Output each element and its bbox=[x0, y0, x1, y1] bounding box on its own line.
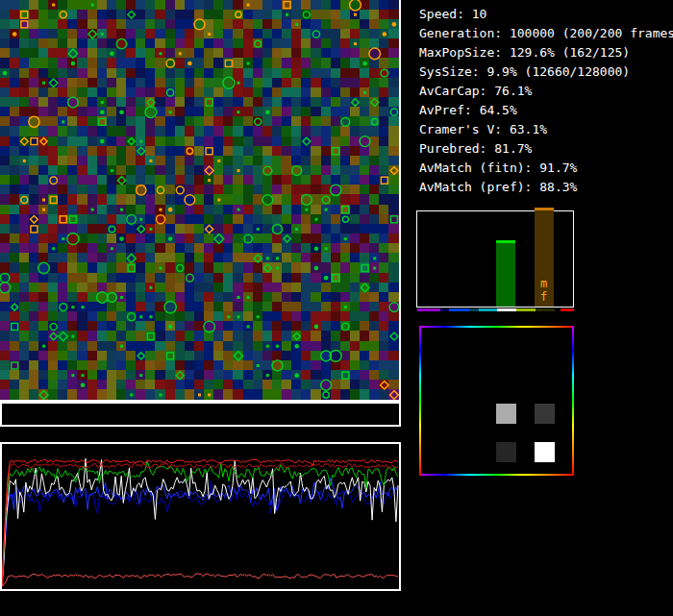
matrix-border-right bbox=[572, 326, 574, 476]
timeline-strip bbox=[0, 402, 401, 427]
world-grid-canvas[interactable] bbox=[0, 0, 399, 400]
stat-row: Generation: 100000 (200/200 frames) bbox=[419, 24, 673, 43]
stat-label: Purebred: bbox=[419, 141, 494, 156]
stat-value: 63.1% bbox=[510, 122, 547, 136]
history-chart-panel bbox=[0, 442, 401, 591]
hue-legend-segment bbox=[516, 308, 536, 311]
stat-label: AvMatch (fitn): bbox=[419, 160, 539, 175]
matrix-cell bbox=[496, 404, 516, 424]
hue-legend-segment bbox=[497, 308, 516, 311]
stat-row: AvMatch (pref): 88.3% bbox=[419, 178, 673, 197]
hue-legend-segment bbox=[440, 308, 449, 311]
stat-row: Speed: 10 bbox=[419, 5, 673, 24]
stat-value: 81.7% bbox=[494, 141, 532, 156]
stat-row: Purebred: 81.7% bbox=[419, 139, 673, 159]
stat-label: AvPref: bbox=[419, 103, 480, 117]
simulation-app-window: Speed: 10Generation: 100000 (200/200 fra… bbox=[0, 0, 673, 616]
hue-legend-segment bbox=[469, 308, 479, 311]
hue-legend-strip bbox=[417, 308, 574, 311]
history-chart-canvas bbox=[2, 444, 399, 589]
stat-value: 129.6% (162/125) bbox=[510, 45, 630, 60]
stat-value: 64.5% bbox=[480, 103, 517, 117]
stat-row: AvCarCap: 76.1% bbox=[419, 82, 673, 101]
hue-legend-segment bbox=[449, 308, 469, 311]
hue-legend-segment bbox=[417, 308, 440, 311]
male-bar-cap bbox=[496, 240, 515, 243]
hue-legend-segment bbox=[536, 308, 555, 311]
stat-row: AvPref: 64.5% bbox=[419, 101, 673, 120]
stat-label: Generation: bbox=[419, 26, 510, 40]
stat-value: 76.1% bbox=[494, 84, 532, 98]
stat-label: Speed: bbox=[419, 7, 472, 21]
stat-label: Cramer's V: bbox=[419, 122, 510, 136]
pairing-matrix-panel bbox=[419, 326, 574, 476]
matrix-cell bbox=[535, 442, 555, 462]
world-grid-panel bbox=[0, 0, 401, 402]
stat-label: AvCarCap: bbox=[419, 84, 494, 98]
stat-label: AvMatch (pref): bbox=[419, 180, 539, 194]
stat-value: 88.3% bbox=[539, 180, 577, 194]
sex-bar-label: m f bbox=[535, 277, 554, 304]
male-bar bbox=[496, 240, 515, 307]
stat-row: Cramer's V: 63.1% bbox=[419, 120, 673, 139]
stat-row: MaxPopSize: 129.6% (162/125) bbox=[419, 43, 673, 62]
female-bar-cap bbox=[535, 208, 554, 210]
female-bar: m f bbox=[535, 208, 554, 307]
stat-row: AvMatch (fitn): 91.7% bbox=[419, 159, 673, 178]
matrix-cell bbox=[496, 442, 516, 462]
matrix-cell bbox=[535, 404, 555, 424]
hue-legend-segment bbox=[561, 308, 574, 311]
matrix-border-top bbox=[419, 326, 574, 328]
matrix-border-left bbox=[419, 326, 421, 476]
stats-panel: Speed: 10Generation: 100000 (200/200 fra… bbox=[419, 5, 673, 197]
stat-value: 9.9% (12660/128000) bbox=[486, 64, 630, 79]
stat-label: MaxPopSize: bbox=[419, 45, 510, 60]
stat-label: SysSize: bbox=[419, 64, 486, 79]
stat-value: 10 bbox=[472, 7, 487, 21]
stat-row: SysSize: 9.9% (12660/128000) bbox=[419, 62, 673, 82]
stat-value: 91.7% bbox=[539, 160, 577, 175]
matrix-border-bottom bbox=[419, 474, 574, 476]
hue-legend-segment bbox=[479, 308, 497, 311]
sex-population-bar-chart: m f bbox=[416, 210, 574, 308]
stat-value: 100000 (200/200 frames) bbox=[510, 26, 673, 40]
